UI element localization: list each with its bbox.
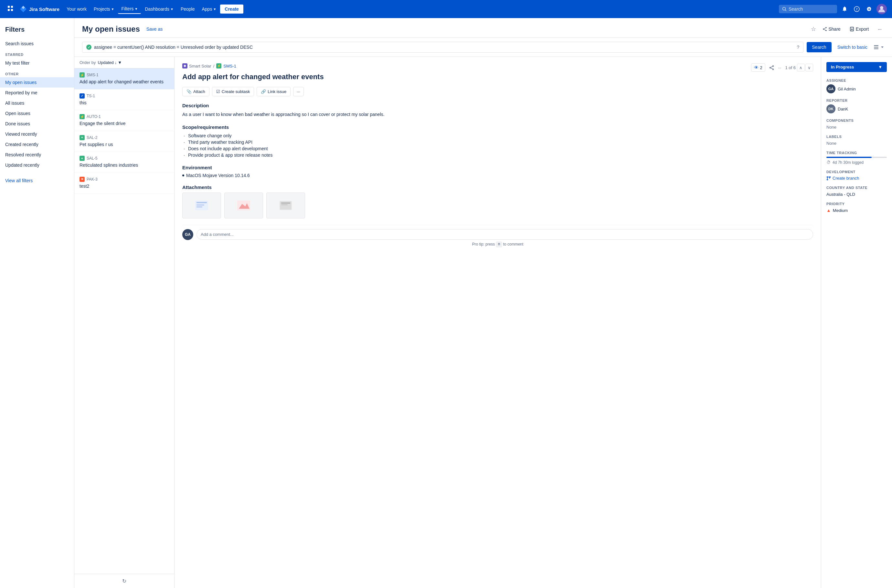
search-button[interactable]: Search: [807, 42, 831, 52]
time-track-bar: [826, 157, 887, 158]
svg-point-4: [783, 8, 786, 10]
svg-rect-19: [874, 48, 878, 49]
svg-line-5: [785, 10, 787, 11]
subtask-icon: ☑: [216, 89, 220, 94]
detail-title: Add app alert for changed weather events: [182, 72, 324, 82]
issue-list-pane: Order by Updated ↓ ▼ ⚡ SMS-1 Add ap: [74, 57, 174, 588]
sidebar-item-open-issues[interactable]: Open issues: [0, 108, 74, 118]
svg-line-24: [770, 68, 773, 69]
priority-value: Medium: [833, 208, 848, 213]
search-box[interactable]: Search: [779, 5, 837, 13]
scope-section: Scope/requirements ·Software change only…: [182, 124, 813, 158]
sidebar-item-done-issues[interactable]: Done issues: [0, 118, 74, 129]
svg-line-23: [770, 66, 773, 68]
more-options-button[interactable]: ···: [875, 25, 884, 33]
nav-dashboards[interactable]: Dashboards ▼: [141, 4, 176, 14]
svg-point-9: [880, 6, 883, 9]
notifications-icon[interactable]: [839, 4, 849, 14]
issue-item[interactable]: ⚡ AUTO-1 Engage the silent drive: [74, 110, 174, 131]
components-label: Components: [826, 118, 887, 123]
description-text: As a user I want to know when bad weathe…: [182, 111, 813, 118]
status-button[interactable]: In Progress ▼: [826, 62, 887, 72]
attach-button[interactable]: 📎 Attach: [182, 87, 209, 96]
country-label: Country and state: [826, 186, 887, 190]
issue-item[interactable]: ✓ TS-1 this: [74, 90, 174, 111]
issue-item[interactable]: + SAL-2 Pet supplies r us: [74, 131, 174, 152]
breadcrumb-project[interactable]: Smart Solar: [182, 63, 211, 69]
svg-rect-18: [874, 47, 878, 48]
page-header: My open issues Save as ☆ Share Export ··…: [74, 18, 892, 38]
jql-text: assignee = currentUser() AND resolution …: [94, 45, 793, 50]
help-icon[interactable]: ?: [852, 4, 862, 14]
priority-section: Priority ▲ Medium: [826, 202, 887, 213]
breadcrumb: Smart Solar / ⚡ SMS-1: [182, 63, 324, 69]
app-layout: Filters Search issues STARRED My test fi…: [0, 18, 892, 588]
issue-item[interactable]: ✕ PAK-3 test2: [74, 173, 174, 194]
star-icon[interactable]: ☆: [811, 26, 816, 33]
sidebar-item-updated-recently[interactable]: Updated recently: [0, 160, 74, 170]
link-issue-button[interactable]: 🔗 Link issue: [257, 87, 291, 96]
scope-item: ·Provide product & app store release not…: [182, 152, 813, 158]
view-toggle[interactable]: [873, 44, 884, 50]
environment-section: Environment MacOS Mojave Version 10.14.6: [182, 165, 813, 178]
share-detail-icon[interactable]: [769, 65, 774, 70]
sidebar-item-my-test-filter[interactable]: My test filter: [0, 58, 74, 68]
attachments-section: Attachments: [182, 184, 813, 218]
comment-input[interactable]: Add a comment...: [197, 229, 813, 240]
view-all-filters-link[interactable]: View all filters: [5, 176, 69, 186]
sidebar-item-viewed-recently[interactable]: Viewed recently: [0, 129, 74, 139]
attachment-thumb-3[interactable]: [266, 192, 305, 218]
create-button[interactable]: Create: [220, 4, 243, 14]
save-as-button[interactable]: Save as: [144, 25, 165, 33]
jql-help-icon[interactable]: ?: [797, 45, 799, 50]
reporter-name: DanK: [838, 106, 848, 111]
time-tracking-section: Time tracking ⏱ 4d 7h 30m logged: [826, 151, 887, 165]
detail-prev-button[interactable]: ∧: [797, 64, 805, 71]
issue-item[interactable]: ⚡ SMS-1 Add app alert for changed weathe…: [74, 69, 174, 90]
more-detail-icon[interactable]: ···: [778, 65, 781, 70]
refresh-icon[interactable]: ↻: [122, 578, 126, 584]
share-button[interactable]: Share: [820, 25, 843, 33]
svg-rect-31: [280, 201, 291, 210]
assignee-avatar: GA: [826, 84, 835, 93]
nav-your-work[interactable]: Your work: [63, 4, 90, 14]
reporter-person[interactable]: DK DanK: [826, 104, 887, 113]
export-button[interactable]: Export: [847, 25, 871, 33]
sidebar-item-created-recently[interactable]: Created recently: [0, 139, 74, 150]
scope-item: ·Third party weather tracking API: [182, 139, 813, 146]
nav-apps[interactable]: Apps ▼: [198, 4, 219, 14]
switch-basic-button[interactable]: Switch to basic: [835, 42, 870, 52]
issue-list-footer: ↻: [74, 574, 174, 588]
attachment-thumb-1[interactable]: [182, 192, 221, 218]
sidebar-item-resolved-recently[interactable]: Resolved recently: [0, 150, 74, 160]
grid-icon[interactable]: [5, 3, 15, 15]
issue-item[interactable]: + SAL-5 Reticulated splines industries: [74, 152, 174, 173]
nav-projects[interactable]: Projects ▼: [90, 4, 117, 14]
order-by-value[interactable]: Updated ↓ ▼: [98, 60, 122, 65]
brand-logo[interactable]: Jira Software: [17, 4, 62, 14]
settings-icon[interactable]: [864, 4, 874, 14]
watch-count[interactable]: 👁 2: [751, 63, 765, 72]
comment-user-avatar: GA: [182, 229, 193, 240]
attachments-row: [182, 192, 813, 218]
user-avatar[interactable]: [877, 4, 887, 14]
breadcrumb-issue-key[interactable]: SMS-1: [223, 64, 236, 69]
nav-filters[interactable]: Filters ▼: [118, 4, 141, 14]
detail-nav: 1 of 6 ∧ ∨: [785, 64, 813, 71]
project-icon: [182, 63, 188, 69]
sidebar-item-reported-by-me[interactable]: Reported by me: [0, 87, 74, 98]
sidebar-item-my-open-issues[interactable]: My open issues: [0, 77, 74, 87]
create-subtask-button[interactable]: ☑ Create subtask: [212, 87, 254, 96]
jql-input-wrap[interactable]: ✓ assignee = currentUser() AND resolutio…: [82, 42, 803, 52]
assignee-person[interactable]: GA Gil Admin: [826, 84, 887, 93]
nav-people[interactable]: People: [177, 4, 198, 14]
create-branch-link[interactable]: Create branch: [826, 176, 887, 181]
action-bar: 📎 Attach ☑ Create subtask 🔗 Link issue ·…: [182, 87, 813, 96]
labels-value: None: [826, 141, 836, 146]
sidebar-item-search[interactable]: Search issues: [0, 39, 74, 49]
svg-rect-1: [11, 6, 13, 8]
sidebar-item-all-issues[interactable]: All issues: [0, 98, 74, 108]
detail-next-button[interactable]: ∨: [805, 64, 813, 71]
action-more-button[interactable]: ···: [293, 87, 304, 96]
attachment-thumb-2[interactable]: [224, 192, 263, 218]
